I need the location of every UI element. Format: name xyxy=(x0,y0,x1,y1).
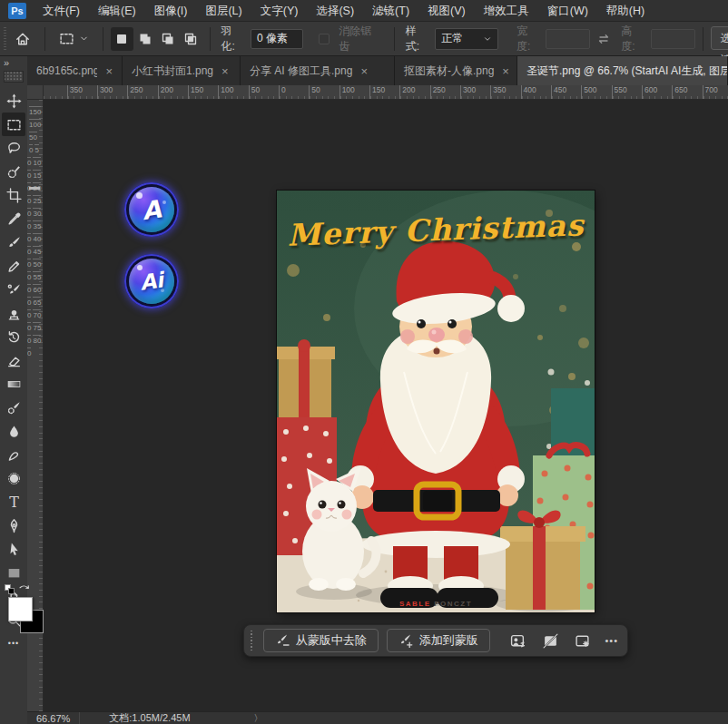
smart-brush-tool[interactable] xyxy=(2,396,25,419)
zoom-level-field[interactable]: 66.67% xyxy=(27,713,79,724)
rectangle-tool[interactable] xyxy=(2,561,25,584)
crop-tool[interactable] xyxy=(2,183,25,207)
gradient-icon xyxy=(6,377,22,392)
menu-item[interactable]: 视图(V) xyxy=(418,0,475,22)
horizontal-ruler[interactable]: 3503002502001501005005010015020025030035… xyxy=(44,85,728,100)
startai-badge-a[interactable]: A xyxy=(124,182,179,237)
antialias-checkbox[interactable] xyxy=(319,34,330,44)
menu-item[interactable]: 图层(L) xyxy=(196,0,251,22)
intersect-selection-button[interactable] xyxy=(179,27,202,51)
brush-minus-icon xyxy=(275,633,290,648)
menu-item[interactable]: 滤镜(T) xyxy=(363,0,418,22)
ruler-label: 100 xyxy=(339,85,369,99)
ruler-label: 200 xyxy=(158,85,188,99)
ruler-corner[interactable] xyxy=(27,85,44,100)
divider xyxy=(79,712,80,724)
disable-mask-button[interactable] xyxy=(538,630,562,651)
close-icon[interactable]: × xyxy=(105,64,113,78)
sponge-tool[interactable] xyxy=(2,466,25,490)
taskbar-drag-handle[interactable] xyxy=(250,631,254,651)
add-to-selection-button[interactable] xyxy=(133,27,156,51)
taskbar-more-button[interactable]: ••• xyxy=(605,635,618,646)
subtract-from-selection-button[interactable] xyxy=(156,27,179,51)
tab-label: 分享 AI 修图工具.png xyxy=(250,64,352,79)
more-tools-button[interactable]: ••• xyxy=(2,631,25,655)
quick-selection-tool[interactable] xyxy=(2,160,25,183)
style-select[interactable]: 正常 xyxy=(435,28,498,50)
menu-item[interactable]: 编辑(E) xyxy=(89,0,145,22)
foreground-color-swatch[interactable] xyxy=(8,597,33,621)
close-icon[interactable]: × xyxy=(502,64,509,78)
menu-item[interactable]: 选择(S) xyxy=(307,0,363,22)
eyedropper-tool[interactable] xyxy=(2,207,25,230)
tab-portrait[interactable]: 抠图素材-人像.png × xyxy=(395,56,517,85)
lasso-tool[interactable] xyxy=(2,136,25,160)
tab-aitools[interactable]: 分享 AI 修图工具.png × xyxy=(241,56,395,85)
type-icon: T xyxy=(6,494,22,510)
blur-tool[interactable] xyxy=(2,419,25,443)
brush-tool[interactable] xyxy=(2,230,25,254)
remove-from-mask-button[interactable]: 从蒙版中去除 xyxy=(263,629,379,652)
pencil-tool[interactable] xyxy=(2,254,25,278)
ruler-label: 50 xyxy=(249,85,279,99)
divider xyxy=(394,27,395,51)
tool-preset-button[interactable] xyxy=(53,26,95,52)
default-colors-button[interactable] xyxy=(5,584,15,595)
intersect-selection-icon xyxy=(183,32,198,46)
smudge-tool[interactable] xyxy=(2,443,25,466)
divider xyxy=(103,27,103,51)
status-bar: 66.67% 文档:1.05M/2.45M 〉 xyxy=(27,711,728,724)
rectangular-marquee-tool[interactable] xyxy=(2,113,25,136)
tab-xiaohongshu[interactable]: 小红书封面1.png × xyxy=(123,56,241,85)
toolbar-grip[interactable] xyxy=(4,71,24,83)
menu-item[interactable]: 增效工具 xyxy=(475,0,538,22)
status-options-chevron[interactable]: 〉 xyxy=(254,712,263,724)
mixer-brush-tool[interactable] xyxy=(2,278,25,301)
tab-6b9165c[interactable]: 6b9165c.png × xyxy=(27,56,123,85)
add-to-mask-label: 添加到蒙版 xyxy=(419,632,478,649)
swap-colors-icon[interactable] xyxy=(18,582,31,595)
tab-label: 抠图素材-人像.png xyxy=(404,64,494,79)
photoshop-logo: Ps xyxy=(8,3,26,19)
document-canvas[interactable]: Merry Christmas SABLE PONCZT xyxy=(277,191,595,612)
close-icon[interactable]: × xyxy=(221,64,229,78)
smudge-finger-icon xyxy=(6,447,22,463)
feather-input[interactable] xyxy=(251,29,303,49)
clone-stamp-tool[interactable] xyxy=(2,301,25,325)
toolbar-collapse-button[interactable]: » xyxy=(4,57,8,68)
ruler-label: 550 xyxy=(612,85,642,99)
refine-subject-button[interactable] xyxy=(507,630,530,651)
move-icon xyxy=(6,93,22,109)
ruler-label: 450 xyxy=(551,85,581,99)
menu-item[interactable]: 图像(I) xyxy=(145,0,197,22)
antialias-label: 消除锯齿 xyxy=(339,24,381,54)
quick-selection-icon xyxy=(6,164,22,180)
ruler-label: 700 xyxy=(703,85,728,99)
gradient-tool[interactable] xyxy=(2,372,25,396)
watermark-right: PONCZT xyxy=(434,600,472,608)
mask-settings-button[interactable] xyxy=(570,630,594,651)
select-and-mask-button[interactable]: 选择并遮住 xyxy=(711,26,728,50)
path-selection-tool[interactable] xyxy=(2,537,25,561)
add-to-mask-button[interactable]: 添加到蒙版 xyxy=(387,629,490,652)
close-icon[interactable]: × xyxy=(360,64,368,78)
menu-item[interactable]: 文字(Y) xyxy=(251,0,308,22)
startai-badge-ai[interactable]: Ai xyxy=(124,254,179,308)
pasteboard[interactable]: A Ai xyxy=(44,100,728,711)
canvas-watermark: SABLE PONCZT xyxy=(277,600,595,608)
pen-tool[interactable] xyxy=(2,514,25,537)
eraser-tool[interactable] xyxy=(2,348,25,372)
type-tool[interactable]: T xyxy=(2,490,25,514)
new-selection-button[interactable] xyxy=(111,27,133,51)
menu-item[interactable]: 窗口(W) xyxy=(538,0,597,22)
options-bar-grip[interactable] xyxy=(2,27,8,51)
add-selection-icon xyxy=(138,32,152,46)
menu-item[interactable]: 帮助(H) xyxy=(597,0,654,22)
tab-christmas-active[interactable]: 圣诞节.png @ 66.7% (StartAI AI生成, 图层 xyxy=(517,56,728,85)
eyedropper-icon xyxy=(6,211,22,227)
history-brush-tool[interactable] xyxy=(2,325,25,348)
blur-droplet-icon xyxy=(6,424,22,439)
menu-item[interactable]: 文件(F) xyxy=(34,0,89,22)
home-button[interactable] xyxy=(8,26,37,52)
move-tool[interactable] xyxy=(2,89,25,113)
